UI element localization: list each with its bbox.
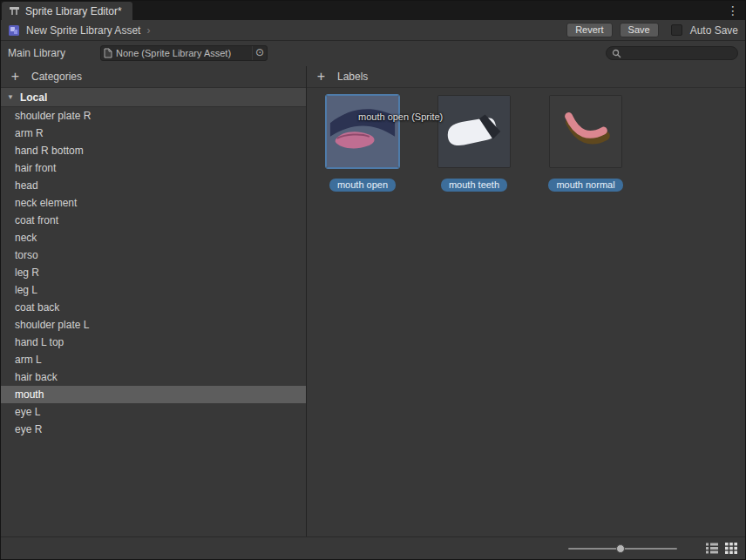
category-label: hair back	[15, 371, 58, 383]
category-row[interactable]: arm R	[1, 125, 306, 142]
grid-view-icon[interactable]	[724, 542, 738, 556]
category-row[interactable]: leg R	[1, 264, 306, 281]
category-row[interactable]: eye L	[1, 403, 306, 421]
bottom-bar	[1, 536, 745, 559]
asset-breadcrumb-label: New Sprite Library Asset	[26, 24, 140, 37]
save-button[interactable]: Save	[620, 23, 659, 37]
main-library-row: Main Library None (Sprite Library Asset)…	[1, 41, 745, 65]
search-field[interactable]	[606, 46, 738, 60]
category-row[interactable]: hand R bottom	[1, 142, 306, 159]
category-label: coat front	[15, 214, 58, 226]
category-label: leg R	[15, 267, 39, 279]
category-label: neck element	[15, 197, 77, 209]
category-row[interactable]: torso	[1, 246, 306, 264]
label-item-mouth-normal[interactable]: mouth normal	[549, 95, 622, 192]
category-label: neck	[15, 232, 37, 244]
category-row[interactable]: head	[1, 177, 306, 194]
labels-header-label: Labels	[337, 71, 368, 83]
category-list: shoulder plate R arm R hand R bottom hai…	[1, 107, 306, 438]
object-field-value: None (Sprite Library Asset)	[116, 48, 248, 58]
category-label: shoulder plate R	[15, 110, 91, 122]
category-label: hair front	[15, 162, 56, 174]
foldout-triangle-icon: ▼	[7, 93, 14, 101]
categories-header: + Categories	[1, 66, 306, 88]
breadcrumb-chevron-icon: ›	[146, 24, 150, 37]
category-label: shoulder plate L	[15, 319, 89, 331]
categories-header-label: Categories	[31, 71, 82, 83]
label-item-mouth-teeth[interactable]: mouth teeth	[437, 95, 511, 192]
content-area: + Categories ▼ Local shoulder plate R ar…	[1, 66, 745, 536]
category-row[interactable]: hair front	[1, 159, 306, 177]
labels-grid: mouth open mouth teeth	[307, 88, 745, 192]
category-label: eye L	[15, 406, 40, 418]
category-label: arm R	[15, 127, 44, 139]
tab-title: Sprite Library Editor*	[25, 5, 122, 17]
category-row[interactable]: leg L	[1, 281, 306, 299]
category-label: arm L	[15, 354, 42, 366]
category-row[interactable]: mouth	[1, 386, 306, 403]
label-pill-mouth-open: mouth open	[329, 179, 396, 192]
main-library-label: Main Library	[8, 47, 100, 59]
slider-knob[interactable]	[616, 544, 625, 553]
labels-header: + Labels	[307, 66, 745, 88]
local-group-label: Local	[20, 91, 47, 104]
sprite-library-editor-window: { "window": { "tab": "Sprite Library Edi…	[0, 0, 746, 560]
local-group-foldout[interactable]: ▼ Local	[1, 88, 306, 107]
sprite-library-asset-icon	[8, 24, 20, 37]
category-row[interactable]: arm L	[1, 351, 306, 368]
categories-panel: + Categories ▼ Local shoulder plate R ar…	[1, 66, 307, 536]
sprite-thumbnail-mouth-teeth	[437, 95, 511, 168]
editor-toolbar: New Sprite Library Asset › Revert Save A…	[1, 20, 745, 41]
main-library-object-field[interactable]: None (Sprite Library Asset) ⊙	[100, 45, 268, 61]
auto-save-checkbox[interactable]	[671, 24, 682, 36]
search-icon	[612, 49, 621, 58]
category-label: torso	[15, 249, 38, 261]
window-menu-kebab-icon[interactable]: ⋮	[726, 3, 740, 18]
add-category-button[interactable]: +	[9, 71, 22, 84]
category-label: mouth	[15, 388, 44, 401]
tab-sprite-library-editor[interactable]: Sprite Library Editor*	[2, 2, 132, 20]
category-label: leg L	[15, 284, 37, 296]
category-row[interactable]: coat back	[1, 299, 306, 316]
search-input[interactable]	[625, 48, 746, 58]
category-row[interactable]: shoulder plate R	[1, 107, 306, 125]
revert-button[interactable]: Revert	[566, 23, 612, 37]
category-row[interactable]: hand L top	[1, 334, 306, 351]
category-label: hand R bottom	[15, 145, 84, 157]
category-row[interactable]: hair back	[1, 368, 306, 386]
category-row[interactable]: coat front	[1, 212, 306, 229]
category-label: eye R	[15, 423, 42, 435]
asset-doc-icon	[104, 48, 112, 58]
label-item-mouth-open[interactable]: mouth open	[326, 95, 399, 192]
list-view-icon[interactable]	[705, 542, 719, 556]
sprite-library-editor-icon	[9, 5, 20, 17]
tab-bar: Sprite Library Editor* ⋮	[1, 1, 745, 20]
label-pill-mouth-normal: mouth normal	[548, 179, 622, 192]
category-label: hand L top	[15, 336, 64, 348]
thumbnail-zoom-slider[interactable]	[568, 543, 677, 554]
add-label-button[interactable]: +	[315, 71, 328, 84]
sprite-thumbnail-mouth-open	[326, 95, 399, 168]
category-row[interactable]: neck element	[1, 194, 306, 212]
category-row[interactable]: neck	[1, 229, 306, 246]
category-row[interactable]: eye R	[1, 421, 306, 438]
category-label: head	[15, 179, 38, 192]
labels-panel: + Labels mouth open	[307, 66, 745, 536]
category-label: coat back	[15, 301, 59, 314]
view-mode-toggle	[705, 542, 738, 556]
object-picker-icon[interactable]: ⊙	[252, 46, 267, 60]
asset-breadcrumb[interactable]: New Sprite Library Asset ›	[8, 24, 150, 37]
sprite-thumbnail-mouth-normal	[549, 95, 622, 168]
label-pill-mouth-teeth: mouth teeth	[441, 179, 507, 192]
auto-save-label: Auto Save	[690, 24, 738, 37]
category-row[interactable]: shoulder plate L	[1, 316, 306, 334]
